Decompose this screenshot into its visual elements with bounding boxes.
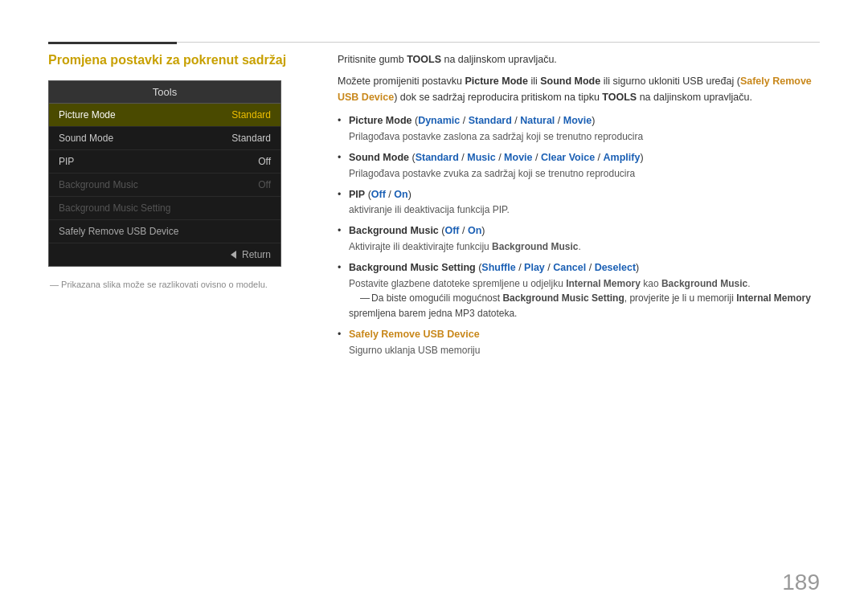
pip-label: PIP	[59, 156, 74, 167]
tools-header: Tools	[49, 81, 280, 104]
pm-standard: Standard	[469, 115, 512, 126]
pm-dynamic: Dynamic	[418, 115, 460, 126]
bgms-im-bold: Internal Memory	[736, 292, 811, 304]
intro-paragraph-2: Možete promijeniti postavku Picture Mode…	[338, 74, 820, 105]
return-label: Return	[242, 249, 271, 260]
bgms-play: Play	[524, 262, 545, 273]
return-arrow-icon	[231, 251, 236, 259]
bgms-dash: Da biste omogućili mogućnost Background …	[349, 292, 811, 319]
list-item-picture-mode: Picture Mode (Dynamic / Standard / Natur…	[338, 113, 820, 144]
feature-list: Picture Mode (Dynamic / Standard / Natur…	[338, 113, 820, 358]
bgms-deselect: Deselect	[595, 262, 636, 273]
bgms-internal: Internal Memory	[566, 278, 641, 289]
sr-bold: Safely Remove USB Device	[349, 329, 480, 340]
pip-value: Off	[258, 156, 271, 167]
picture-mode-value: Standard	[231, 109, 271, 121]
menu-item-pip[interactable]: PIP Off	[49, 150, 280, 174]
bgm-sub: Aktivirajte ili deaktivirajte funkciju B…	[349, 239, 820, 254]
picture-mode-label: Picture Mode	[59, 109, 116, 121]
list-item-sound-mode: Sound Mode (Standard / Music / Movie / C…	[338, 150, 820, 181]
bgm-off: Off	[444, 225, 459, 236]
list-item-bg-music: Background Music (Off / On) Aktivirajte …	[338, 223, 820, 254]
bgms-sub: Postavite glazbene datoteke spremljene u…	[349, 276, 820, 291]
menu-item-picture-mode[interactable]: Picture Mode Standard	[49, 104, 280, 127]
pip-sub: aktiviranje ili deaktivacija funkcija PI…	[349, 202, 820, 217]
bgm-sub-bold: Background Music	[492, 241, 578, 252]
pip-on: On	[394, 189, 407, 200]
content-area: Promjena postavki za pokrenut sadržaj To…	[48, 52, 820, 581]
sm-sub: Prilagođava postavke zvuka za sadržaj ko…	[349, 166, 820, 181]
sm-standard: Standard	[416, 152, 459, 163]
intro-paragraph-1: Pritisnite gumb TOOLS na daljinskom upra…	[338, 52, 820, 67]
pip-off: Off	[371, 189, 386, 200]
sound-mode-ref: Sound Mode	[540, 76, 600, 87]
pm-movie: Movie	[563, 115, 592, 126]
bgm-bold: Background Music	[349, 225, 439, 236]
sm-music: Music	[467, 152, 495, 163]
sound-mode-value: Standard	[231, 133, 271, 144]
footnote: — Prikazana slika može se razlikovati ov…	[48, 280, 305, 289]
tools-menu: Tools Picture Mode Standard Sound Mode S…	[48, 80, 281, 267]
pm-natural: Natural	[520, 115, 555, 126]
sr-sub: Sigurno uklanja USB memoriju	[349, 343, 820, 358]
bgm-on: On	[468, 225, 481, 236]
picture-mode-ref: Picture Mode	[465, 76, 528, 87]
menu-item-safely-remove[interactable]: Safely Remove USB Device	[49, 220, 280, 243]
list-item-pip: PIP (Off / On) aktiviranje ili deaktivac…	[338, 187, 820, 218]
menu-item-sound-mode[interactable]: Sound Mode Standard	[49, 127, 280, 150]
bgms-cancel: Cancel	[553, 262, 586, 273]
pm-sub: Prilagođava postavke zaslona za sadržaj …	[349, 129, 820, 144]
list-item-safely-remove: Safely Remove USB Device Sigurno uklanja…	[338, 327, 820, 358]
bg-music-setting-label: Background Music Setting	[59, 202, 170, 214]
tools-bold-2: TOOLS	[602, 92, 637, 103]
bgms-bold: Background Music Setting	[349, 262, 476, 273]
sound-mode-label: Sound Mode	[59, 133, 113, 144]
menu-item-bg-music: Background Music Off	[49, 174, 280, 197]
sm-clear: Clear Voice	[541, 152, 595, 163]
bgms-bgm-ref: Background Music	[661, 278, 747, 289]
sm-movie: Movie	[504, 152, 532, 163]
menu-item-bg-music-setting: Background Music Setting	[49, 197, 280, 220]
sm-bold: Sound Mode	[349, 152, 409, 163]
bgms-setting-bold: Background Music Setting	[502, 292, 624, 304]
tools-footer: Return	[49, 243, 280, 266]
bg-music-value: Off	[258, 179, 271, 190]
pm-bold: Picture Mode	[349, 115, 412, 126]
page-number: 189	[782, 570, 820, 595]
sm-amplify: Amplify	[604, 152, 641, 163]
return-button[interactable]: Return	[59, 249, 271, 260]
bgms-shuffle: Shuffle	[481, 262, 515, 273]
left-accent-line	[48, 42, 177, 44]
list-item-bg-music-setting: Background Music Setting (Shuffle / Play…	[338, 260, 820, 321]
section-title: Promjena postavki za pokrenut sadržaj	[48, 52, 305, 69]
left-panel: Promjena postavki za pokrenut sadržaj To…	[48, 52, 305, 581]
bg-music-label: Background Music	[59, 179, 138, 190]
safely-remove-label: Safely Remove USB Device	[59, 226, 178, 237]
pip-bold: PIP	[349, 189, 365, 200]
right-panel: Pritisnite gumb TOOLS na daljinskom upra…	[338, 52, 820, 581]
tools-bold-1: TOOLS	[407, 54, 441, 65]
